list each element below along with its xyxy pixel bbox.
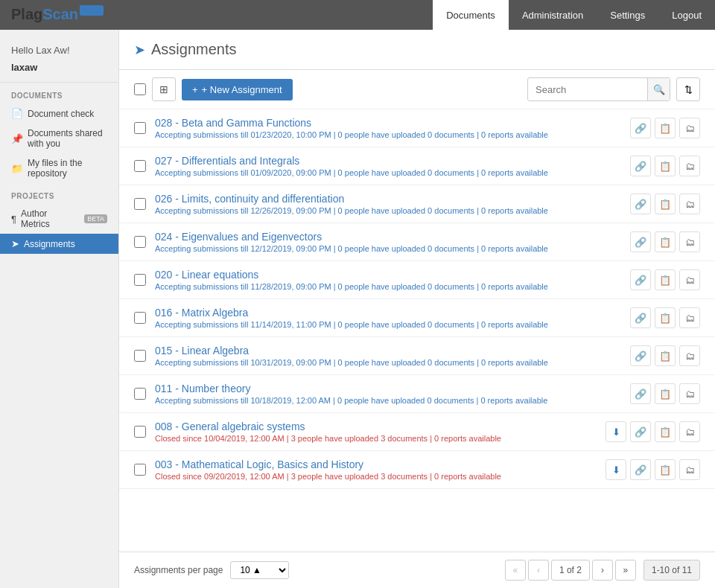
- nav-documents[interactable]: Documents: [433, 0, 509, 30]
- archive-button[interactable]: 🗂: [679, 118, 700, 138]
- page-title-icon: ➤: [134, 42, 145, 58]
- sidebar-section-documents: DOCUMENTS: [0, 83, 118, 103]
- nav-logout[interactable]: Logout: [658, 0, 715, 30]
- copy-button[interactable]: 📋: [655, 269, 676, 290]
- link-button[interactable]: 🔗: [630, 269, 651, 290]
- next-page-button[interactable]: ›: [592, 560, 613, 581]
- per-page-select[interactable]: 10 ▲ 25 50: [230, 561, 289, 579]
- assignment-info: 020 - Linear equations Accepting submiss…: [155, 269, 621, 291]
- download-button[interactable]: ⬇: [606, 421, 626, 442]
- assignment-title[interactable]: 015 - Linear Algebra: [155, 345, 621, 357]
- link-button[interactable]: 🔗: [630, 156, 651, 176]
- sidebar-item-documents-shared[interactable]: 📌 Documents shared with you: [0, 124, 118, 153]
- logo: PlagScanPRO: [11, 6, 104, 23]
- copy-button[interactable]: 📋: [655, 194, 676, 214]
- row-actions: 🔗 📋 🗂: [630, 307, 700, 328]
- assignment-info: 026 - Limits, continuity and differentia…: [155, 193, 621, 215]
- archive-button[interactable]: 🗂: [679, 269, 700, 290]
- row-checkbox[interactable]: [134, 388, 146, 400]
- last-page-button[interactable]: »: [615, 560, 636, 581]
- row-checkbox[interactable]: [134, 312, 146, 324]
- sidebar-section-projects: PROJECTS: [0, 183, 118, 204]
- copy-button[interactable]: 📋: [655, 156, 676, 176]
- assignment-info: 024 - Eigenvalues and Eigenvectors Accep…: [155, 231, 621, 253]
- sidebar-item-label: Documents shared with you: [28, 128, 107, 149]
- top-navigation: PlagScanPRO Documents Administration Set…: [0, 0, 715, 30]
- link-button[interactable]: 🔗: [630, 383, 651, 404]
- assignment-info: 027 - Differentials and Integrals Accept…: [155, 155, 621, 177]
- archive-button[interactable]: 🗂: [679, 156, 700, 176]
- row-checkbox[interactable]: [134, 236, 146, 248]
- row-checkbox[interactable]: [134, 350, 146, 362]
- row-checkbox[interactable]: [134, 464, 146, 476]
- assignment-title[interactable]: 011 - Number theory: [155, 383, 621, 394]
- assignment-title[interactable]: 016 - Matrix Algebra: [155, 307, 621, 319]
- archive-button[interactable]: 🗂: [679, 345, 700, 366]
- assignment-row: 016 - Matrix Algebra Accepting submissio…: [119, 299, 715, 337]
- row-checkbox[interactable]: [134, 198, 146, 210]
- copy-button[interactable]: 📋: [655, 421, 676, 442]
- copy-button[interactable]: 📋: [655, 459, 676, 480]
- assignment-title[interactable]: 026 - Limits, continuity and differentia…: [155, 193, 621, 205]
- new-assignment-button[interactable]: + + New Assignment: [182, 79, 293, 100]
- assignment-info: 008 - General algebraic systems Closed s…: [155, 421, 597, 443]
- sort-button[interactable]: ⇅: [676, 77, 700, 101]
- nav-settings[interactable]: Settings: [597, 0, 658, 30]
- download-button[interactable]: ⬇: [606, 459, 626, 480]
- sidebar-item-my-files[interactable]: 📁 My files in the repository: [0, 153, 118, 183]
- archive-button[interactable]: 🗂: [679, 459, 700, 480]
- link-button[interactable]: 🔗: [630, 118, 651, 138]
- link-button[interactable]: 🔗: [630, 231, 651, 252]
- copy-button[interactable]: 📋: [655, 118, 676, 138]
- archive-button[interactable]: 🗂: [679, 307, 700, 328]
- archive-button[interactable]: 🗂: [679, 421, 700, 442]
- assignment-row: 024 - Eigenvalues and Eigenvectors Accep…: [119, 223, 715, 261]
- archive-button[interactable]: 🗂: [679, 194, 700, 214]
- first-page-button[interactable]: «: [505, 560, 526, 581]
- row-actions: 🔗 📋 🗂: [630, 383, 700, 404]
- archive-button[interactable]: 🗂: [679, 383, 700, 404]
- link-button[interactable]: 🔗: [630, 459, 651, 480]
- copy-button[interactable]: 📋: [655, 383, 676, 404]
- assignments-icon: ➤: [11, 238, 19, 249]
- assignment-row: 027 - Differentials and Integrals Accept…: [119, 147, 715, 185]
- link-button[interactable]: 🔗: [630, 345, 651, 366]
- assignment-subtitle: Closed since 10/04/2019, 12:00 AM | 3 pe…: [155, 434, 597, 443]
- assignment-title[interactable]: 027 - Differentials and Integrals: [155, 155, 621, 167]
- sidebar-item-author-metrics[interactable]: ¶ Author Metrics BETA: [0, 204, 118, 234]
- assignment-title[interactable]: 020 - Linear equations: [155, 269, 621, 281]
- archive-button[interactable]: 🗂: [679, 231, 700, 252]
- prev-page-button[interactable]: ‹: [528, 560, 549, 581]
- copy-button[interactable]: 📋: [655, 307, 676, 328]
- assignment-title[interactable]: 003 - Mathematical Logic, Basics and His…: [155, 458, 597, 470]
- assignment-row: 020 - Linear equations Accepting submiss…: [119, 261, 715, 299]
- copy-button[interactable]: 📋: [655, 345, 676, 366]
- sidebar-item-document-check[interactable]: 📄 Document check: [0, 103, 118, 124]
- select-all-checkbox[interactable]: [134, 83, 146, 95]
- row-checkbox[interactable]: [134, 122, 146, 134]
- link-button[interactable]: 🔗: [630, 194, 651, 214]
- assignment-title[interactable]: 008 - General algebraic systems: [155, 421, 597, 432]
- assignment-title[interactable]: 028 - Beta and Gamma Functions: [155, 117, 621, 129]
- search-input[interactable]: [528, 80, 647, 100]
- link-button[interactable]: 🔗: [630, 421, 651, 442]
- author-metrics-icon: ¶: [11, 214, 16, 225]
- assignment-title[interactable]: 024 - Eigenvalues and Eigenvectors: [155, 231, 621, 243]
- row-checkbox[interactable]: [134, 274, 146, 286]
- assignment-row: 011 - Number theory Accepting submission…: [119, 375, 715, 413]
- plus-icon: +: [192, 84, 198, 95]
- row-actions: 🔗 📋 🗂: [630, 118, 700, 138]
- search-button[interactable]: 🔍: [647, 78, 670, 100]
- copy-button[interactable]: 📋: [655, 231, 676, 252]
- row-checkbox[interactable]: [134, 160, 146, 172]
- count-badge: 1-10 of 11: [644, 560, 700, 581]
- grid-view-button[interactable]: ⊞: [152, 77, 176, 101]
- link-button[interactable]: 🔗: [630, 307, 651, 328]
- sidebar-greeting: Hello Lax Aw!: [0, 37, 118, 60]
- grid-icon: ⊞: [159, 83, 168, 95]
- sidebar-item-assignments[interactable]: ➤ Assignments: [0, 234, 118, 254]
- row-checkbox[interactable]: [134, 426, 146, 438]
- assignment-subtitle: Accepting submissions till 01/23/2020, 1…: [155, 130, 621, 139]
- row-actions: ⬇ 🔗 📋 🗂: [606, 421, 700, 442]
- nav-administration[interactable]: Administration: [509, 0, 597, 30]
